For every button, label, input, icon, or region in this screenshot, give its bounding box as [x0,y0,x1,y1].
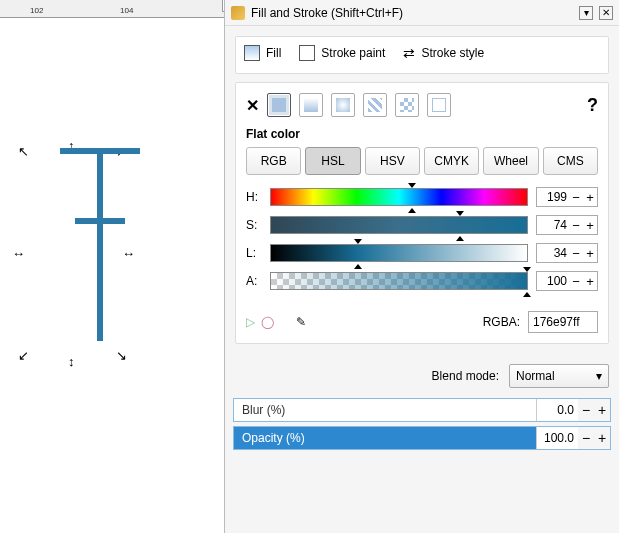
blur-slider: Blur (%) 0.0 − + [233,398,611,422]
tab-fill[interactable]: Fill [244,45,281,61]
model-cmyk-button[interactable]: CMYK [424,147,479,175]
color-model-row: RGB HSL HSV CMYK Wheel CMS [246,147,598,175]
paint-radial-button[interactable] [331,93,355,117]
lightness-spin: − + [536,243,598,263]
saturation-slider[interactable] [270,216,528,234]
opacity-decrement[interactable]: − [578,430,594,446]
saturation-input[interactable] [537,218,569,232]
hue-label: H: [246,190,262,204]
lightness-label: L: [246,246,262,260]
tab-stroke-style[interactable]: ⇄ Stroke style [403,45,484,61]
fill-stroke-tabs: Fill Stroke paint ⇄ Stroke style [235,36,609,74]
alpha-increment[interactable]: + [583,274,597,289]
model-rgb-button[interactable]: RGB [246,147,301,175]
swap-color-icon[interactable]: ◯ [261,315,274,329]
lightness-row: L: − + [246,243,598,263]
last-color-icon[interactable]: ▷ [246,315,255,329]
paint-help-icon[interactable]: ? [587,95,598,116]
alpha-input[interactable] [537,274,569,288]
lightness-increment[interactable]: + [583,246,597,261]
opacity-increment[interactable]: + [594,430,610,446]
lightness-decrement[interactable]: − [569,246,583,261]
saturation-decrement[interactable]: − [569,218,583,233]
tab-fill-label: Fill [266,46,281,60]
model-hsl-button[interactable]: HSL [305,147,360,175]
alpha-slider[interactable] [270,272,528,290]
alpha-row: A: − + [246,271,598,291]
blur-track[interactable]: Blur (%) [234,399,536,421]
blend-mode-label: Blend mode: [432,369,499,383]
rgba-row: ▷ ◯ ✎ RGBA: [246,311,598,333]
stroke-paint-swatch-icon [299,45,315,61]
paint-swatch-button[interactable] [395,93,419,117]
document-canvas[interactable]: ↖ ↕ ↗ ↔ ↔ ↙ ↕ ↘ [0,18,224,533]
opacity-label: Opacity (%) [242,431,305,445]
ruler-mark: 102 [30,6,43,15]
saturation-row: S: − + [246,215,598,235]
opacity-value[interactable]: 100.0 [536,427,578,449]
paint-unknown-button[interactable] [427,93,451,117]
scale-handle-se[interactable]: ↘ [116,348,127,363]
blend-mode-select[interactable]: Normal ▾ [509,364,609,388]
tab-stroke-paint-label: Stroke paint [321,46,385,60]
fill-swatch-icon [244,45,260,61]
hue-decrement[interactable]: − [569,190,583,205]
hue-spin: − + [536,187,598,207]
saturation-spin: − + [536,215,598,235]
fill-paint-box: ✕ ? Flat color RGB HSL HSV CMYK Wheel CM… [235,82,609,344]
hue-slider[interactable] [270,188,528,206]
opacity-slider: Opacity (%) 100.0 − + [233,426,611,450]
saturation-label: S: [246,218,262,232]
hue-input[interactable] [537,190,569,204]
rgba-input[interactable] [528,311,598,333]
flat-color-label: Flat color [246,127,598,141]
panel-title-bar: Fill and Stroke (Shift+Ctrl+F) ▾ ✕ [225,0,619,26]
saturation-increment[interactable]: + [583,218,597,233]
lightness-slider[interactable] [270,244,528,262]
blend-mode-value: Normal [516,369,555,383]
scale-handle-nw[interactable]: ↖ [18,144,29,159]
model-hsv-button[interactable]: HSV [365,147,420,175]
model-cms-button[interactable]: CMS [543,147,598,175]
opacity-track[interactable]: Opacity (%) [234,427,536,449]
paint-linear-button[interactable] [299,93,323,117]
horizontal-ruler: 102 104 1 [0,0,224,18]
alpha-label: A: [246,274,262,288]
hue-increment[interactable]: + [583,190,597,205]
paint-none-button[interactable]: ✕ [246,96,259,115]
eyedropper-icon[interactable]: ✎ [296,315,306,329]
alpha-decrement[interactable]: − [569,274,583,289]
chevron-down-icon: ▾ [596,369,602,383]
paint-pattern-button[interactable] [363,93,387,117]
fill-stroke-panel: Fill and Stroke (Shift+Ctrl+F) ▾ ✕ Fill … [224,0,619,533]
hue-row: H: − + [246,187,598,207]
panel-title: Fill and Stroke (Shift+Ctrl+F) [251,6,573,20]
blur-decrement[interactable]: − [578,402,594,418]
scale-handle-s[interactable]: ↕ [68,354,75,369]
scale-handle-w[interactable]: ↔ [12,246,25,261]
tab-stroke-paint[interactable]: Stroke paint [299,45,385,61]
blur-label: Blur (%) [242,403,285,417]
scale-handle-sw[interactable]: ↙ [18,348,29,363]
alpha-spin: − + [536,271,598,291]
blur-increment[interactable]: + [594,402,610,418]
ruler-mark: 104 [120,6,133,15]
model-wheel-button[interactable]: Wheel [483,147,538,175]
tab-stroke-style-label: Stroke style [421,46,484,60]
fill-stroke-icon [231,6,245,20]
close-icon[interactable]: ✕ [599,6,613,20]
lightness-input[interactable] [537,246,569,260]
stroke-style-icon: ⇄ [403,45,415,61]
rgba-label: RGBA: [483,315,520,329]
paint-flat-button[interactable] [267,93,291,117]
paint-type-row: ✕ ? [246,93,598,117]
minimize-icon[interactable]: ▾ [579,6,593,20]
blur-value[interactable]: 0.0 [536,399,578,421]
scale-handle-e[interactable]: ↔ [122,246,135,261]
blend-mode-row: Blend mode: Normal ▾ [225,354,619,394]
